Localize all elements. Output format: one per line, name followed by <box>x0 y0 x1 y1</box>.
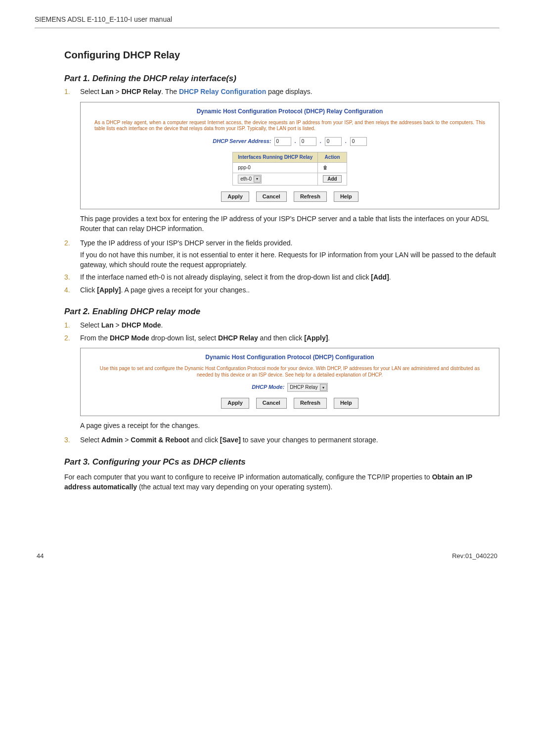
t: to save your changes to permanent storag… <box>241 436 378 444</box>
fig-desc: Use this page to set and configure the D… <box>94 366 485 378</box>
select-value: DHCP Relay <box>290 384 318 391</box>
t: Commit & Reboot <box>131 436 189 444</box>
step-text: Select Lan > DHCP Mode. <box>80 321 499 331</box>
p1-after-fig: This page provides a text box for enteri… <box>80 214 499 234</box>
t: [Apply] <box>97 286 121 294</box>
revision: Rev:01_040220 <box>452 552 497 561</box>
t: Admin <box>101 436 123 444</box>
p2-step1: 1. Select Lan > DHCP Mode. <box>64 321 499 331</box>
server-address-row: DHCP Server Address: 0. 0. 0. 0 <box>85 137 495 146</box>
chevron-down-icon: ▾ <box>254 176 261 183</box>
t: For each computer that you want to confi… <box>64 473 432 481</box>
step-text: Type the IP address of your ISP's DHCP s… <box>80 238 499 270</box>
step-number: 2. <box>64 333 80 343</box>
t: Select <box>80 321 101 329</box>
t: . <box>389 273 391 281</box>
dhcp-relay-figure: Dynamic Host Configuration Protocol (DHC… <box>80 102 499 209</box>
t: page displays. <box>266 88 312 95</box>
step-text: Select Lan > DHCP Relay. The DHCP Relay … <box>80 87 499 97</box>
p2-after-fig: A page gives a receipt for the changes. <box>80 421 499 431</box>
help-button[interactable]: Help <box>334 398 358 408</box>
part3-heading: Part 3. Configuring your PCs as DHCP cli… <box>64 456 499 468</box>
t: and click <box>189 436 220 444</box>
t: > <box>114 321 122 329</box>
dot: . <box>345 138 347 145</box>
p2-step2: 2. From the DHCP Mode drop-down list, se… <box>64 333 499 343</box>
t: Select <box>80 436 101 444</box>
t: If the interface named eth-0 is not alre… <box>80 273 371 281</box>
step-number: 1. <box>64 87 80 97</box>
step-text: Select Admin > Commit & Reboot and click… <box>80 435 499 445</box>
action-cell: 🗑 <box>318 162 347 173</box>
p1-step3: 3. If the interface named eth-0 is not a… <box>64 273 499 283</box>
p2-step3: 3. Select Admin > Commit & Reboot and cl… <box>64 435 499 445</box>
part3-para: For each computer that you want to confi… <box>64 472 499 492</box>
step-text: Click [Apply]. A page gives a receipt fo… <box>80 285 499 295</box>
t: drop-down list, select <box>149 334 218 342</box>
cancel-button[interactable]: Cancel <box>256 398 287 408</box>
step-number: 2. <box>64 238 80 270</box>
dot: . <box>294 138 297 145</box>
mode-label: DHCP Mode: <box>252 383 284 391</box>
refresh-button[interactable]: Refresh <box>294 398 327 408</box>
t: [Add] <box>371 273 389 281</box>
select-value: eth-0 <box>240 176 252 183</box>
page-footer: 44 Rev:01_040220 <box>35 552 499 561</box>
th-interfaces: Interfaces Running DHCP Relay <box>233 152 318 162</box>
p1-step2: 2. Type the IP address of your ISP's DHC… <box>64 238 499 270</box>
t: (the actual text may vary depending on y… <box>137 483 332 491</box>
part2-heading: Part 2. Enabling DHCP relay mode <box>64 306 499 318</box>
step-number: 4. <box>64 285 80 295</box>
interface-select[interactable]: eth-0 ▾ <box>238 175 262 184</box>
t: DHCP Mode <box>110 334 149 342</box>
step-number: 3. <box>64 435 80 445</box>
t: Lan <box>101 321 114 329</box>
page-number: 44 <box>37 552 44 561</box>
refresh-button[interactable]: Refresh <box>294 191 327 202</box>
t: From the <box>80 334 110 342</box>
step-text: From the DHCP Mode drop-down list, selec… <box>80 333 499 343</box>
t: Type the IP address of your ISP's DHCP s… <box>80 239 292 247</box>
t: DHCP Relay <box>122 88 162 95</box>
ip-octet-input[interactable]: 0 <box>300 137 316 146</box>
dhcp-mode-figure: Dynamic Host Configuration Protocol (DHC… <box>80 348 499 416</box>
step-number: 1. <box>64 321 80 331</box>
doc-header: SIEMENS ADSL E-110_E-110-I user manual <box>35 15 499 28</box>
chevron-down-icon: ▾ <box>320 384 327 391</box>
ip-octet-input[interactable]: 0 <box>325 137 342 146</box>
t: DHCP Relay <box>218 334 258 342</box>
cancel-button[interactable]: Cancel <box>256 191 287 202</box>
t: DHCP Mode <box>122 321 161 329</box>
t: . The <box>161 88 179 95</box>
link-text: DHCP Relay Configuration <box>179 88 266 95</box>
ip-octet-input[interactable]: 0 <box>274 137 291 146</box>
section-title: Configuring DHCP Relay <box>64 48 499 62</box>
dhcp-mode-select[interactable]: DHCP Relay ▾ <box>287 383 328 392</box>
t: > <box>114 88 122 95</box>
th-action: Action <box>318 152 347 162</box>
iface-select-cell: eth-0 ▾ <box>233 173 318 185</box>
server-address-label: DHCP Server Address: <box>213 138 271 145</box>
fig-title: Dynamic Host Configuration Protocol (DHC… <box>85 353 495 362</box>
button-row: Apply Cancel Refresh Help <box>85 398 495 408</box>
action-cell: Add <box>318 173 347 185</box>
help-button[interactable]: Help <box>334 191 358 202</box>
ip-octet-input[interactable]: 0 <box>350 137 367 146</box>
apply-button[interactable]: Apply <box>221 398 249 408</box>
t: Click <box>80 286 97 294</box>
t: > <box>123 436 131 444</box>
t: [Apply] <box>304 334 328 342</box>
table-row: eth-0 ▾ Add <box>233 173 347 185</box>
p1-step4: 4. Click [Apply]. A page gives a receipt… <box>64 285 499 295</box>
t: Select <box>80 88 101 95</box>
t: Lan <box>101 88 114 95</box>
t: If you do not have this number, it is no… <box>80 250 499 270</box>
t: . <box>161 321 163 329</box>
add-button[interactable]: Add <box>323 175 341 183</box>
t: . A page gives a receipt for your change… <box>121 286 250 294</box>
button-row: Apply Cancel Refresh Help <box>85 191 495 202</box>
trash-icon[interactable]: 🗑 <box>323 165 328 170</box>
fig-desc: As a DHCP relay agent, when a computer r… <box>94 120 485 132</box>
apply-button[interactable]: Apply <box>221 191 249 202</box>
p1-step1: 1. Select Lan > DHCP Relay. The DHCP Rel… <box>64 87 499 97</box>
